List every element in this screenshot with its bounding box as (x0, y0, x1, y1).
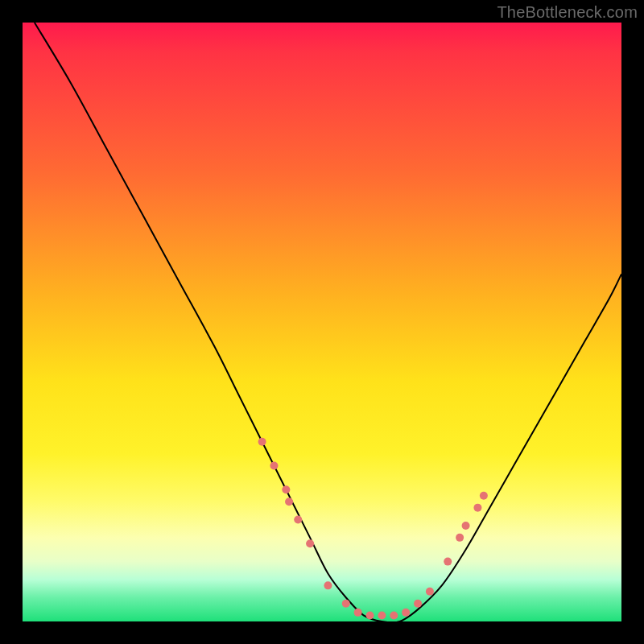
marker-bottom-cluster (366, 612, 374, 620)
chart-frame: TheBottleneck.com (0, 0, 644, 644)
marker-right-cluster (480, 492, 488, 500)
marker-left-cluster (270, 462, 278, 470)
marker-bottom-cluster (324, 581, 332, 589)
marker-right-cluster (462, 522, 470, 530)
curve-layer (35, 23, 621, 622)
marker-bottom-cluster (402, 609, 410, 617)
marker-left-cluster (282, 485, 290, 493)
plot-area (23, 23, 621, 621)
marker-left-cluster (306, 539, 314, 547)
marker-left-cluster (285, 497, 293, 506)
marker-bottom-cluster (426, 588, 434, 596)
marker-bottom-cluster (390, 612, 398, 620)
marker-left-cluster (294, 516, 302, 524)
marker-left-cluster (258, 438, 266, 446)
series-bottleneck-curve (35, 23, 621, 622)
markers-layer (258, 438, 488, 620)
marker-bottom-cluster (414, 600, 422, 608)
marker-bottom-cluster (342, 600, 350, 608)
marker-bottom-cluster (354, 609, 362, 617)
watermark-text: TheBottleneck.com (497, 3, 638, 22)
marker-right-cluster (456, 534, 464, 542)
chart-svg (23, 23, 621, 621)
marker-right-cluster (444, 558, 452, 566)
marker-right-cluster (473, 504, 481, 512)
marker-bottom-cluster (378, 612, 386, 620)
